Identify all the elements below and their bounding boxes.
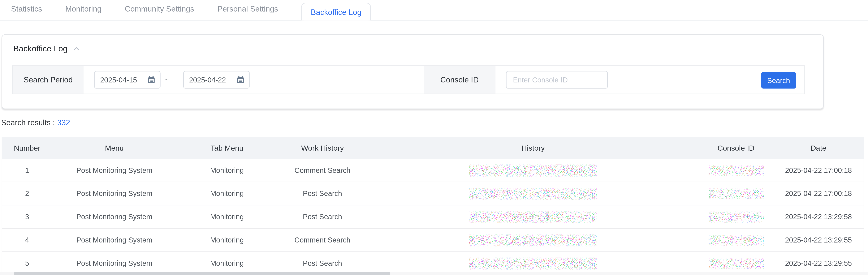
redacted-console-id xyxy=(699,188,773,199)
cell-number: 5 xyxy=(2,259,52,268)
cell-date: 2025-04-22 13:29:55 xyxy=(773,236,864,244)
cell-number: 4 xyxy=(2,236,52,244)
search-period-label: Search Period xyxy=(13,66,84,94)
redacted-console-id xyxy=(699,235,773,246)
cell-work-history: Post Search xyxy=(277,189,367,198)
tab-community-settings[interactable]: Community Settings xyxy=(125,4,194,20)
cell-date: 2025-04-22 13:29:58 xyxy=(773,213,864,221)
redacted-history xyxy=(368,257,699,269)
column-header-tab-menu: Tab Menu xyxy=(177,144,277,152)
column-header-history: History xyxy=(368,144,699,152)
horizontal-scrollbar[interactable] xyxy=(0,272,868,275)
cell-tab-menu: Monitoring xyxy=(177,213,277,221)
search-button[interactable]: Search xyxy=(761,72,796,89)
cell-tab-menu: Monitoring xyxy=(177,259,277,268)
search-results-summary: Search results :332 xyxy=(1,118,70,127)
cell-number: 2 xyxy=(2,189,52,198)
cell-menu: Post Monitoring System xyxy=(52,189,177,198)
backoffice-log-page: Statistics Monitoring Community Settings… xyxy=(0,0,868,275)
redacted-history xyxy=(368,164,699,176)
horizontal-scrollbar-thumb[interactable] xyxy=(14,272,390,275)
cell-date: 2025-04-22 17:00:18 xyxy=(773,189,864,198)
cell-work-history: Comment Search xyxy=(277,236,367,244)
table-row: 2 Post Monitoring System Monitoring Post… xyxy=(2,182,864,205)
table-row: 5 Post Monitoring System Monitoring Post… xyxy=(2,252,864,275)
cell-menu: Post Monitoring System xyxy=(52,213,177,221)
redacted-console-id xyxy=(699,165,773,176)
log-table: Number Menu Tab Menu Work History Histor… xyxy=(2,137,864,275)
calendar-icon[interactable] xyxy=(236,75,245,84)
date-range-separator: ~ xyxy=(165,75,169,84)
console-id-input[interactable] xyxy=(506,71,608,89)
cell-menu: Post Monitoring System xyxy=(52,236,177,244)
search-form-row: Search Period ~ Console ID Search xyxy=(12,65,805,94)
cell-work-history: Comment Search xyxy=(277,166,367,175)
cell-number: 3 xyxy=(2,213,52,221)
date-to-input[interactable] xyxy=(189,75,231,84)
column-header-work-history: Work History xyxy=(277,144,367,152)
chevron-up-icon[interactable] xyxy=(73,47,79,50)
column-header-console-id: Console ID xyxy=(699,144,773,152)
table-row: 1 Post Monitoring System Monitoring Comm… xyxy=(2,159,864,182)
tab-backoffice-log[interactable]: Backoffice Log xyxy=(301,3,371,20)
column-header-date: Date xyxy=(773,144,864,152)
console-id-label: Console ID xyxy=(424,66,495,94)
date-from-field[interactable] xyxy=(94,71,161,89)
cell-tab-menu: Monitoring xyxy=(177,236,277,244)
cell-work-history: Post Search xyxy=(277,213,367,221)
redacted-history xyxy=(368,234,699,246)
tab-statistics[interactable]: Statistics xyxy=(11,4,42,20)
tab-monitoring[interactable]: Monitoring xyxy=(65,4,102,20)
results-count: 332 xyxy=(57,118,70,127)
cell-menu: Post Monitoring System xyxy=(52,259,177,268)
column-header-number: Number xyxy=(2,144,52,152)
cell-date: 2025-04-22 17:00:18 xyxy=(773,166,864,175)
calendar-icon[interactable] xyxy=(147,75,156,84)
tab-personal-settings[interactable]: Personal Settings xyxy=(217,4,278,20)
column-header-menu: Menu xyxy=(52,144,177,152)
table-row: 4 Post Monitoring System Monitoring Comm… xyxy=(2,228,864,252)
redacted-console-id xyxy=(699,258,773,269)
cell-work-history: Post Search xyxy=(277,259,367,268)
cell-tab-menu: Monitoring xyxy=(177,166,277,175)
date-to-field[interactable] xyxy=(183,71,250,89)
cell-menu: Post Monitoring System xyxy=(52,166,177,175)
redacted-console-id xyxy=(699,211,773,222)
table-header-row: Number Menu Tab Menu Work History Histor… xyxy=(2,137,864,159)
cell-date: 2025-04-22 13:29:55 xyxy=(773,259,864,268)
panel-title: Backoffice Log xyxy=(13,44,67,53)
redacted-history xyxy=(368,211,699,223)
redacted-history xyxy=(368,187,699,200)
tab-bar: Statistics Monitoring Community Settings… xyxy=(0,0,868,21)
cell-number: 1 xyxy=(2,166,52,175)
cell-tab-menu: Monitoring xyxy=(177,189,277,198)
date-from-input[interactable] xyxy=(100,75,143,84)
table-row: 3 Post Monitoring System Monitoring Post… xyxy=(2,205,864,228)
backoffice-log-panel: Backoffice Log Search Period ~ Console I xyxy=(2,34,824,109)
results-label: Search results : xyxy=(1,118,55,127)
